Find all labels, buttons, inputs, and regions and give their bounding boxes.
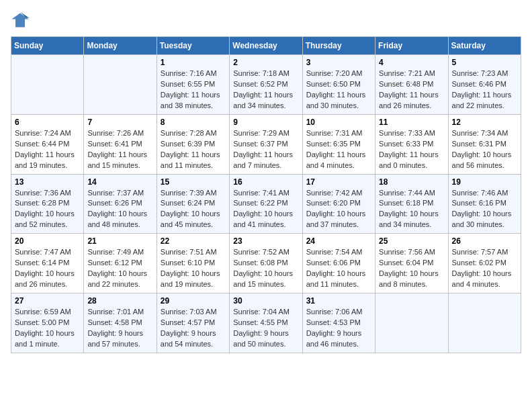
weekday-header-friday: Friday [375,37,448,55]
logo-bird-icon [11,11,30,30]
calendar-cell: 27Sunrise: 6:59 AMSunset: 5:00 PMDayligh… [11,293,84,353]
calendar-cell: 19Sunrise: 7:46 AMSunset: 6:16 PMDayligh… [448,174,521,234]
day-detail: Sunrise: 7:21 AMSunset: 6:48 PMDaylight:… [379,68,444,111]
calendar-week-row: 6Sunrise: 7:24 AMSunset: 6:44 PMDaylight… [11,114,521,174]
calendar-cell: 12Sunrise: 7:34 AMSunset: 6:31 PMDayligh… [448,114,521,174]
day-number: 7 [87,118,152,127]
day-number: 8 [161,118,226,127]
calendar-cell: 14Sunrise: 7:37 AMSunset: 6:26 PMDayligh… [84,174,157,234]
day-detail: Sunrise: 7:03 AMSunset: 4:57 PMDaylight:… [161,307,226,350]
day-detail: Sunrise: 7:28 AMSunset: 6:39 PMDaylight:… [161,128,226,171]
calendar-cell: 2Sunrise: 7:18 AMSunset: 6:52 PMDaylight… [230,55,302,115]
calendar-cell: 21Sunrise: 7:49 AMSunset: 6:12 PMDayligh… [84,234,157,293]
day-number: 24 [306,236,371,246]
day-detail: Sunrise: 7:04 AMSunset: 4:55 PMDaylight:… [233,307,298,350]
day-number: 19 [452,177,517,187]
day-number: 31 [306,296,371,306]
calendar-cell: 20Sunrise: 7:47 AMSunset: 6:14 PMDayligh… [11,234,84,293]
day-number: 16 [233,177,298,187]
day-detail: Sunrise: 7:20 AMSunset: 6:50 PMDaylight:… [306,68,371,111]
calendar-cell [11,55,84,115]
calendar-cell: 22Sunrise: 7:51 AMSunset: 6:10 PMDayligh… [157,234,229,293]
day-number: 14 [87,177,152,187]
day-number: 4 [379,58,444,67]
day-detail: Sunrise: 7:26 AMSunset: 6:41 PMDaylight:… [87,128,152,171]
calendar-cell: 29Sunrise: 7:03 AMSunset: 4:57 PMDayligh… [157,293,229,353]
calendar-cell: 1Sunrise: 7:16 AMSunset: 6:55 PMDaylight… [157,55,229,115]
calendar-cell: 17Sunrise: 7:42 AMSunset: 6:20 PMDayligh… [302,174,375,234]
day-number: 23 [233,236,298,246]
day-detail: Sunrise: 7:37 AMSunset: 6:26 PMDaylight:… [87,188,152,231]
calendar-cell: 10Sunrise: 7:31 AMSunset: 6:35 PMDayligh… [302,114,375,174]
calendar-cell: 4Sunrise: 7:21 AMSunset: 6:48 PMDaylight… [375,55,448,115]
weekday-header-wednesday: Wednesday [230,37,302,55]
day-number: 5 [452,58,517,67]
calendar-cell: 13Sunrise: 7:36 AMSunset: 6:28 PMDayligh… [11,174,84,234]
calendar-cell: 8Sunrise: 7:28 AMSunset: 6:39 PMDaylight… [157,114,229,174]
calendar-cell: 30Sunrise: 7:04 AMSunset: 4:55 PMDayligh… [230,293,302,353]
weekday-header-monday: Monday [84,37,157,55]
day-number: 28 [87,296,152,306]
day-detail: Sunrise: 7:34 AMSunset: 6:31 PMDaylight:… [452,128,517,171]
calendar-cell: 9Sunrise: 7:29 AMSunset: 6:37 PMDaylight… [230,114,302,174]
day-detail: Sunrise: 7:57 AMSunset: 6:02 PMDaylight:… [452,247,517,290]
day-number: 9 [233,118,298,127]
calendar-cell: 23Sunrise: 7:52 AMSunset: 6:08 PMDayligh… [230,234,302,293]
day-number: 30 [233,296,298,306]
day-number: 29 [161,296,226,306]
day-number: 21 [87,236,152,246]
day-detail: Sunrise: 7:42 AMSunset: 6:20 PMDaylight:… [306,188,371,231]
calendar-cell: 5Sunrise: 7:23 AMSunset: 6:46 PMDaylight… [448,55,521,115]
calendar-cell: 15Sunrise: 7:39 AMSunset: 6:24 PMDayligh… [157,174,229,234]
day-detail: Sunrise: 7:33 AMSunset: 6:33 PMDaylight:… [379,128,444,171]
calendar-cell [375,293,448,353]
day-detail: Sunrise: 7:41 AMSunset: 6:22 PMDaylight:… [233,188,298,231]
day-detail: Sunrise: 7:56 AMSunset: 6:04 PMDaylight:… [379,247,444,290]
day-detail: Sunrise: 7:49 AMSunset: 6:12 PMDaylight:… [87,247,152,290]
calendar-week-row: 20Sunrise: 7:47 AMSunset: 6:14 PMDayligh… [11,234,521,293]
day-number: 12 [452,118,517,127]
weekday-header-sunday: Sunday [11,37,84,55]
day-detail: Sunrise: 7:47 AMSunset: 6:14 PMDaylight:… [15,247,80,290]
day-number: 17 [306,177,371,187]
day-detail: Sunrise: 7:44 AMSunset: 6:18 PMDaylight:… [379,188,444,231]
day-detail: Sunrise: 7:29 AMSunset: 6:37 PMDaylight:… [233,128,298,171]
day-detail: Sunrise: 6:59 AMSunset: 5:00 PMDaylight:… [15,307,80,350]
day-detail: Sunrise: 7:36 AMSunset: 6:28 PMDaylight:… [15,188,80,231]
day-detail: Sunrise: 7:01 AMSunset: 4:58 PMDaylight:… [87,307,152,350]
day-detail: Sunrise: 7:46 AMSunset: 6:16 PMDaylight:… [452,188,517,231]
day-detail: Sunrise: 7:06 AMSunset: 4:53 PMDaylight:… [306,307,371,350]
day-detail: Sunrise: 7:18 AMSunset: 6:52 PMDaylight:… [233,68,298,111]
calendar-cell [448,293,521,353]
calendar-cell: 11Sunrise: 7:33 AMSunset: 6:33 PMDayligh… [375,114,448,174]
calendar-week-row: 27Sunrise: 6:59 AMSunset: 5:00 PMDayligh… [11,293,521,353]
calendar-cell: 6Sunrise: 7:24 AMSunset: 6:44 PMDaylight… [11,114,84,174]
day-detail: Sunrise: 7:23 AMSunset: 6:46 PMDaylight:… [452,68,517,111]
day-number: 25 [379,236,444,246]
calendar-cell: 28Sunrise: 7:01 AMSunset: 4:58 PMDayligh… [84,293,157,353]
calendar-week-row: 13Sunrise: 7:36 AMSunset: 6:28 PMDayligh… [11,174,521,234]
calendar-table: SundayMondayTuesdayWednesdayThursdayFrid… [11,36,521,353]
day-number: 11 [379,118,444,127]
svg-marker-0 [11,13,28,28]
day-number: 22 [161,236,226,246]
day-number: 26 [452,236,517,246]
day-detail: Sunrise: 7:52 AMSunset: 6:08 PMDaylight:… [233,247,298,290]
weekday-header-tuesday: Tuesday [157,37,229,55]
day-detail: Sunrise: 7:39 AMSunset: 6:24 PMDaylight:… [161,188,226,231]
calendar-cell: 24Sunrise: 7:54 AMSunset: 6:06 PMDayligh… [302,234,375,293]
day-number: 6 [15,118,80,127]
day-number: 27 [15,296,80,306]
day-number: 15 [161,177,226,187]
day-number: 18 [379,177,444,187]
calendar-cell: 7Sunrise: 7:26 AMSunset: 6:41 PMDaylight… [84,114,157,174]
day-detail: Sunrise: 7:54 AMSunset: 6:06 PMDaylight:… [306,247,371,290]
day-number: 1 [161,58,226,67]
calendar-week-row: 1Sunrise: 7:16 AMSunset: 6:55 PMDaylight… [11,55,521,115]
page-header [11,11,521,30]
weekday-header-thursday: Thursday [302,37,375,55]
day-number: 2 [233,58,298,67]
day-number: 10 [306,118,371,127]
calendar-cell: 16Sunrise: 7:41 AMSunset: 6:22 PMDayligh… [230,174,302,234]
day-number: 3 [306,58,371,67]
